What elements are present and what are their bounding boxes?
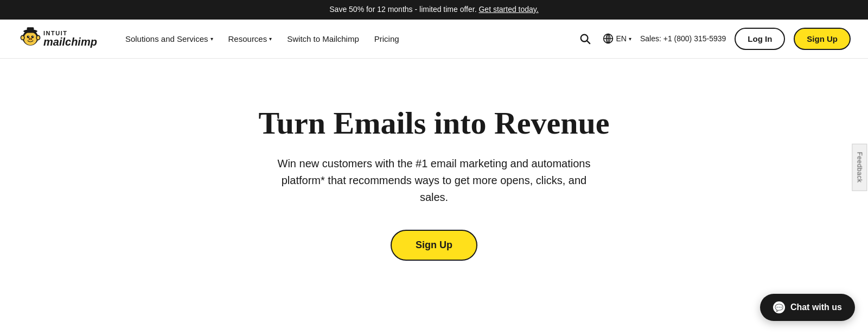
svg-point-8 bbox=[30, 39, 31, 40]
svg-point-11 bbox=[21, 36, 24, 39]
nav-pricing[interactable]: Pricing bbox=[368, 30, 406, 48]
nav-switch[interactable]: Switch to Mailchimp bbox=[280, 30, 366, 48]
hero-title: Turn Emails into Revenue bbox=[258, 106, 609, 141]
svg-point-3 bbox=[31, 35, 34, 38]
svg-point-7 bbox=[29, 39, 30, 40]
main-nav: INTUIT mailchimp Solutions and Services … bbox=[0, 20, 868, 59]
chat-widget[interactable]: Chat with us bbox=[760, 294, 855, 321]
login-button[interactable]: Log In bbox=[735, 28, 785, 50]
svg-point-2 bbox=[27, 35, 30, 38]
search-icon bbox=[579, 33, 591, 45]
sales-phone: Sales: +1 (800) 315-5939 bbox=[640, 34, 726, 43]
nav-actions: EN ▾ Sales: +1 (800) 315-5939 Log In Sig… bbox=[576, 28, 851, 50]
hero-subtitle: Win new customers with the #1 email mark… bbox=[266, 155, 602, 206]
svg-rect-14 bbox=[27, 27, 34, 32]
chat-label: Chat with us bbox=[790, 303, 842, 312]
nav-links: Solutions and Services ▾ Resources ▾ Swi… bbox=[119, 30, 576, 48]
language-label: EN bbox=[616, 34, 626, 43]
signup-nav-button[interactable]: Sign Up bbox=[794, 28, 851, 50]
lang-chevron-icon: ▾ bbox=[629, 36, 631, 42]
logo-mailchimp-text: mailchimp bbox=[43, 36, 97, 47]
hero-section: Turn Emails into Revenue Win new custome… bbox=[0, 59, 868, 298]
top-banner: Save 50% for 12 months - limited time of… bbox=[0, 0, 868, 20]
svg-point-5 bbox=[33, 36, 34, 37]
signup-hero-button[interactable]: Sign Up bbox=[391, 230, 477, 261]
banner-text: Save 50% for 12 months - limited time of… bbox=[329, 5, 478, 14]
language-selector[interactable]: EN ▾ bbox=[603, 33, 631, 44]
svg-point-12 bbox=[37, 36, 40, 39]
mailchimp-logo-icon bbox=[17, 26, 43, 52]
logo-intuit-text: INTUIT bbox=[43, 30, 97, 36]
logo-link[interactable]: INTUIT mailchimp bbox=[17, 26, 97, 52]
feedback-tab[interactable]: Feedback bbox=[852, 143, 867, 191]
search-button[interactable] bbox=[576, 29, 594, 48]
banner-link[interactable]: Get started today. bbox=[478, 5, 538, 14]
svg-point-4 bbox=[28, 36, 29, 37]
globe-icon bbox=[603, 33, 614, 44]
chevron-down-icon: ▾ bbox=[210, 36, 213, 42]
chevron-down-icon: ▾ bbox=[269, 36, 272, 42]
chat-bubble-icon bbox=[773, 301, 785, 313]
nav-solutions[interactable]: Solutions and Services ▾ bbox=[119, 30, 220, 48]
nav-resources[interactable]: Resources ▾ bbox=[222, 30, 279, 48]
svg-line-16 bbox=[588, 41, 590, 43]
